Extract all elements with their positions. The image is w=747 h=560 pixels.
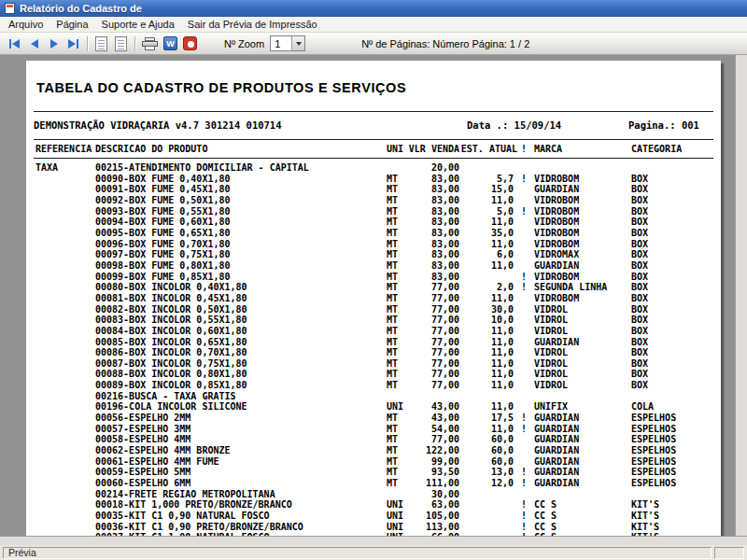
cell-g bbox=[34, 401, 95, 413]
window-title: Relatório do Cadastro de bbox=[20, 3, 142, 14]
first-page-button[interactable] bbox=[5, 35, 24, 53]
zoom-dropdown-button[interactable] bbox=[291, 36, 304, 50]
cell-v: 77,00 bbox=[416, 358, 471, 370]
cell-g bbox=[34, 511, 95, 522]
cell-f bbox=[519, 249, 534, 260]
cell-m: GUARDIAN bbox=[534, 434, 631, 445]
cell-f: ! bbox=[519, 511, 534, 522]
page-icon bbox=[95, 36, 107, 51]
cell-m: VIDROL bbox=[534, 369, 631, 380]
menu-item[interactable]: Página bbox=[49, 18, 94, 31]
cell-f bbox=[519, 195, 534, 206]
next-page-button[interactable] bbox=[44, 35, 63, 53]
cell-v: 54,00 bbox=[416, 424, 471, 435]
cell-u: MT bbox=[387, 445, 416, 456]
cell-v: 63,00 bbox=[416, 499, 471, 511]
cell-u: MT bbox=[387, 456, 416, 468]
cell-c: BOX bbox=[631, 369, 713, 380]
cell-e: 6,0 bbox=[471, 249, 519, 260]
report-column-headers: REFERENCIA DESCRICAO DO PRODUTO UNI VLR … bbox=[34, 144, 713, 155]
cell-c: BOX bbox=[631, 272, 713, 283]
cell-c bbox=[631, 162, 713, 174]
toolbar-separator bbox=[134, 36, 135, 51]
cell-e: 60,0 bbox=[471, 434, 519, 445]
cell-c: ESPELHOS bbox=[631, 434, 713, 445]
cell-v: 83,00 bbox=[416, 239, 471, 250]
cell-g bbox=[34, 522, 95, 533]
cell-m: VIDROL bbox=[534, 315, 631, 326]
cell-g bbox=[34, 326, 95, 337]
cell-f bbox=[519, 369, 534, 380]
report-row: TAXA00215-ATENDIMENTO DOMICILIAR - CAPIT… bbox=[34, 162, 713, 174]
cell-m: VIDROL bbox=[534, 380, 631, 391]
cell-g bbox=[34, 478, 95, 489]
cell-m bbox=[534, 391, 631, 402]
cell-u: UNI bbox=[387, 401, 416, 413]
menu-item[interactable]: Suporte e Ajuda bbox=[95, 18, 181, 31]
report-title: TABELA DO CADASTRO DE PRODUTOS E SERVIÇO… bbox=[36, 79, 713, 96]
column-categoria: CATEGORIA bbox=[631, 144, 713, 155]
report-row: 00058-ESPELHO 4MMMT77,0060,0GUARDIANESPE… bbox=[34, 434, 713, 445]
cell-v: 99,00 bbox=[416, 456, 471, 468]
print-button[interactable] bbox=[139, 35, 161, 53]
menu-item[interactable]: Sair da Prévia de Impressão bbox=[181, 18, 324, 31]
cell-c: BOX bbox=[631, 326, 713, 337]
cell-d: 00037-KIT C1 1,00 NATURAL FOSCO bbox=[95, 532, 387, 536]
cell-u: MT bbox=[387, 369, 416, 380]
zoom-select[interactable]: 1 bbox=[270, 35, 305, 51]
cell-v: 77,00 bbox=[416, 315, 471, 326]
cell-u bbox=[387, 391, 416, 402]
app-icon bbox=[5, 3, 15, 14]
pdf-icon bbox=[183, 36, 197, 50]
cell-c: BOX bbox=[631, 217, 713, 228]
cell-d: 00086-BOX INCOLOR 0,70X1,80 bbox=[95, 347, 387, 358]
cell-u: MT bbox=[387, 206, 416, 217]
cell-f bbox=[519, 326, 534, 337]
cell-d: 00082-BOX INCOLOR 0,50X1,80 bbox=[95, 304, 387, 315]
cell-e bbox=[471, 511, 519, 522]
cell-u: UNI bbox=[387, 499, 416, 511]
cell-e: 11,0 bbox=[471, 337, 519, 348]
cell-e: 11,0 bbox=[471, 347, 519, 358]
cell-e bbox=[471, 499, 519, 511]
cell-e bbox=[471, 522, 519, 533]
status-panel: Prévia bbox=[3, 547, 712, 559]
cell-c: ESPELHOS bbox=[631, 478, 713, 489]
export-word-button[interactable]: W bbox=[161, 35, 180, 53]
last-page-button[interactable] bbox=[63, 35, 83, 53]
cell-c: BOX bbox=[631, 315, 713, 326]
horizontal-scrollbar[interactable] bbox=[0, 536, 747, 545]
cell-c: BOX bbox=[631, 358, 713, 370]
cell-c: ESPELHOS bbox=[631, 413, 713, 424]
view-page-button[interactable] bbox=[92, 35, 111, 53]
cell-e: 60,0 bbox=[471, 456, 519, 468]
cell-g bbox=[34, 174, 95, 185]
view-full-page-button[interactable] bbox=[111, 35, 131, 53]
cell-u: MT bbox=[387, 413, 416, 424]
cell-c: BOX bbox=[631, 380, 713, 391]
cell-e: 11,0 bbox=[471, 260, 519, 272]
cell-f bbox=[519, 434, 534, 445]
report-row: 00196-COLA INCOLOR SILICONEUNI43,0011,0U… bbox=[34, 401, 713, 413]
cell-c: BOX bbox=[631, 249, 713, 260]
cell-g bbox=[34, 532, 95, 536]
cell-v: 83,00 bbox=[416, 174, 471, 185]
cell-f bbox=[519, 304, 534, 315]
cell-m: GUARDIAN bbox=[534, 478, 631, 489]
cell-m: VIDROL bbox=[534, 358, 631, 370]
cell-c: BOX bbox=[631, 293, 713, 304]
cell-m: GUARDIAN bbox=[534, 413, 631, 424]
export-pdf-button[interactable] bbox=[180, 35, 200, 53]
cell-f bbox=[519, 391, 534, 402]
cell-e bbox=[471, 489, 519, 500]
report-row: 00089-BOX INCOLOR 0,85X1,80MT77,0011,0VI… bbox=[34, 380, 713, 391]
previous-page-button[interactable] bbox=[24, 35, 44, 53]
cell-v: 77,00 bbox=[416, 347, 471, 358]
vertical-scrollbar[interactable] bbox=[735, 55, 747, 536]
cell-m: VIDROBOM bbox=[534, 228, 631, 239]
cell-c: ESPELHOS bbox=[631, 445, 713, 456]
menu-item[interactable]: Arquivo bbox=[2, 18, 49, 31]
cell-v: 83,00 bbox=[416, 195, 471, 206]
report-content: TABELA DO CADASTRO DE PRODUTOS E SERVIÇO… bbox=[34, 79, 713, 536]
cell-d: 00080-BOX INCOLOR 0,40X1,80 bbox=[95, 282, 387, 293]
